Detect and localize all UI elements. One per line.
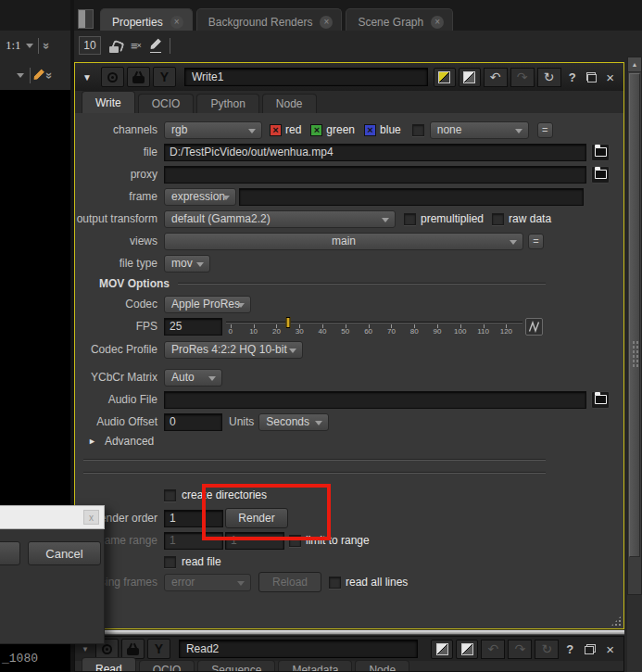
frame-expression-input[interactable] — [239, 188, 584, 206]
channels-dropdown[interactable]: rgb — [164, 121, 262, 139]
text-color-button[interactable] — [456, 640, 478, 659]
views-link-button[interactable]: = — [528, 234, 544, 249]
clear-panels-icon[interactable]: ≡ × — [131, 40, 142, 52]
premultiplied-checkbox[interactable] — [404, 213, 416, 225]
channels-link-button[interactable]: = — [537, 122, 553, 138]
output-transform-dropdown[interactable]: default (Gamma2.2) — [164, 210, 396, 228]
fps-input[interactable] — [164, 318, 222, 336]
redo-button[interactable]: ↷ — [510, 68, 535, 87]
tab-properties[interactable]: Properties × — [100, 8, 193, 31]
collapse-icon[interactable]: ▼ — [82, 72, 92, 82]
revert-button[interactable]: ↻ — [535, 640, 559, 659]
folder-icon — [595, 395, 607, 404]
scroll-up-button[interactable]: ▲ — [628, 57, 641, 72]
pane-splitter[interactable] — [74, 630, 624, 635]
raw-data-checkbox[interactable] — [492, 213, 504, 225]
float-window-icon[interactable] — [585, 644, 596, 654]
undo-button[interactable]: ↶ — [484, 68, 508, 87]
channel-extra-checkbox[interactable] — [412, 124, 424, 136]
channel-red-checkbox[interactable]: × — [270, 124, 282, 136]
field-label: channels — [75, 123, 164, 136]
text-color-button[interactable] — [459, 68, 481, 87]
file-path-input[interactable] — [164, 144, 586, 161]
node-color-button[interactable] — [434, 68, 456, 87]
node-color-button[interactable] — [431, 640, 453, 659]
scrollbar-thumb[interactable] — [629, 73, 640, 557]
close-icon[interactable]: × — [170, 16, 183, 29]
audio-file-browse-button[interactable] — [591, 391, 610, 409]
read-file-checkbox[interactable] — [164, 556, 176, 568]
file-type-dropdown[interactable]: mov — [164, 255, 210, 273]
settings-wrench-button[interactable]: Y — [153, 67, 176, 87]
proxy-path-input[interactable] — [164, 166, 586, 184]
chevron-down-icon[interactable] — [26, 44, 33, 52]
tab-background-renders[interactable]: Background Renders × — [196, 8, 343, 31]
undo-button[interactable]: ↶ — [481, 640, 505, 659]
vertical-scrollbar[interactable]: ▲ — [627, 57, 642, 595]
help-button[interactable]: ? — [569, 70, 576, 84]
node-name-input[interactable] — [179, 640, 418, 658]
fps-slider[interactable]: 0 10 20 30 40 50 60 70 80 90 100 110 120 — [226, 317, 522, 336]
close-icon[interactable]: × — [320, 16, 333, 29]
collapse-icon[interactable]: ▼ — [82, 645, 89, 653]
revert-button[interactable]: ↻ — [537, 68, 561, 87]
double-chevron-icon[interactable]: » — [40, 42, 54, 48]
tab-read[interactable]: Read — [82, 657, 136, 672]
tab-sequence[interactable]: Sequence — [197, 660, 275, 672]
tab-scene-graph[interactable]: Scene Graph × — [346, 8, 453, 31]
cancel-button[interactable]: Cancel — [28, 541, 101, 565]
expand-icon[interactable]: ► — [88, 437, 96, 446]
reload-button[interactable]: Reload — [258, 572, 321, 592]
tab-ocio[interactable]: OCIO — [139, 660, 195, 672]
dialog-title-bar[interactable]: x — [0, 505, 105, 529]
channel-blue-checkbox[interactable]: × — [364, 124, 376, 136]
dialog-close-button[interactable]: x — [83, 510, 99, 525]
audio-file-input[interactable] — [164, 391, 586, 409]
views-dropdown[interactable]: main — [164, 233, 523, 250]
monitor-output-button[interactable] — [127, 67, 150, 87]
pane-layout-icon[interactable] — [78, 9, 94, 29]
tab-node[interactable]: Node — [355, 660, 409, 672]
read-all-lines-checkbox[interactable] — [329, 577, 341, 589]
monitor-output-button[interactable] — [121, 639, 145, 659]
tab-ocio[interactable]: OCIO — [138, 94, 195, 113]
slider-handle[interactable] — [285, 317, 290, 328]
read-all-lines-label: read all lines — [346, 576, 408, 589]
units-dropdown[interactable]: Seconds — [258, 413, 329, 431]
redo-button[interactable]: ↷ — [508, 640, 532, 659]
chevron-down-icon[interactable] — [17, 73, 24, 82]
zoom-ratio[interactable]: 1:1 — [6, 38, 21, 53]
channel-green-checkbox[interactable]: × — [310, 124, 322, 136]
tab-python[interactable]: Python — [196, 94, 258, 113]
proxy-browse-button[interactable] — [591, 166, 610, 184]
float-window-icon[interactable] — [587, 72, 597, 82]
codec-dropdown[interactable]: Apple ProRes — [164, 296, 251, 313]
pane-tab-bar: Properties × Background Renders × Scene … — [0, 0, 642, 31]
help-button[interactable]: ? — [566, 642, 573, 656]
unlock-icon[interactable] — [109, 39, 122, 53]
edit-pencil-icon[interactable] — [150, 38, 161, 53]
tab-metadata[interactable]: Metadata — [278, 660, 352, 672]
close-icon[interactable]: × — [606, 70, 614, 84]
advanced-group[interactable]: ► Advanced — [88, 434, 623, 449]
close-icon[interactable]: × — [431, 16, 444, 29]
tab-write[interactable]: Write — [82, 91, 135, 113]
double-chevron-icon[interactable]: » — [43, 71, 57, 78]
fps-curve-button[interactable] — [525, 318, 543, 336]
settings-wrench-button[interactable]: Y — [147, 639, 170, 659]
ycbcr-matrix-dropdown[interactable]: Auto — [164, 369, 222, 387]
panel-resize-grip[interactable] — [611, 615, 622, 627]
missing-frames-dropdown[interactable]: error — [164, 574, 251, 591]
channels-extra-dropdown[interactable]: none — [430, 121, 529, 139]
frame-mode-dropdown[interactable]: expression — [164, 188, 236, 206]
close-icon[interactable]: × — [606, 642, 614, 656]
max-panels-input[interactable] — [79, 36, 101, 55]
center-node-button[interactable] — [101, 67, 124, 87]
create-directories-checkbox[interactable] — [164, 489, 176, 501]
codec-profile-dropdown[interactable]: ProRes 4:2:2 HQ 10-bit — [164, 341, 303, 359]
file-browse-button[interactable] — [591, 144, 610, 161]
tab-node[interactable]: Node — [262, 94, 317, 113]
audio-offset-input[interactable] — [164, 413, 222, 431]
dialog-left-button[interactable] — [0, 541, 20, 565]
node-name-input[interactable] — [184, 68, 428, 86]
